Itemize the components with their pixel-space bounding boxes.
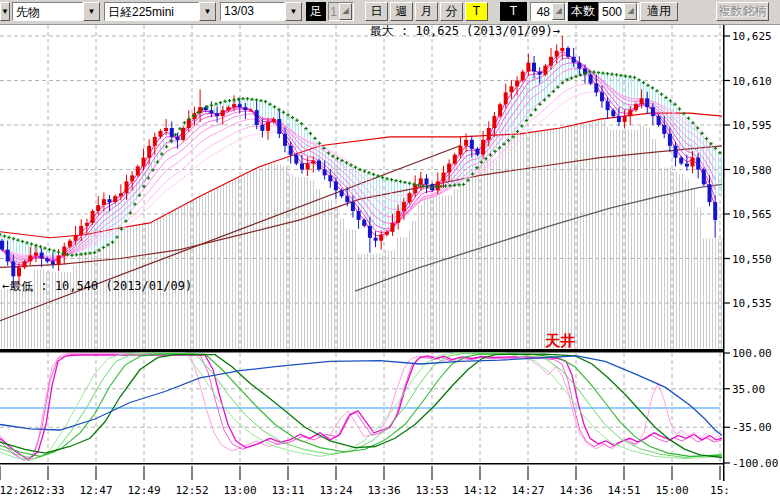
time-label: 14:36 xyxy=(559,484,592,497)
time-label: 14:27 xyxy=(511,484,544,497)
time-label: 15: xyxy=(710,484,730,497)
axis-label: 10,535 xyxy=(732,297,772,310)
rci-green-line xyxy=(0,354,722,456)
ema-ribbon-line xyxy=(2,52,715,268)
rci-lightgreen-fast-line xyxy=(0,353,722,460)
axis-label: -100.00 xyxy=(732,457,778,470)
axis-label: 100.00 xyxy=(732,347,772,360)
axis-label: 10,595 xyxy=(732,119,772,132)
max-annotation: 最大 : 10,625 (2013/01/09)→ xyxy=(370,24,560,38)
time-label: 13:00 xyxy=(223,484,256,497)
ema-ribbon-line xyxy=(2,55,715,265)
panel-divider xyxy=(0,349,723,353)
axis-label: 10,550 xyxy=(732,253,772,266)
time-label: 12:49 xyxy=(127,484,160,497)
time-label: 14:51 xyxy=(607,484,640,497)
axis-label: 35.00 xyxy=(732,383,765,396)
candlestick-series xyxy=(0,36,717,288)
time-label: 12:33 xyxy=(31,484,64,497)
axis-label: 10,625 xyxy=(732,30,772,43)
chart-surface[interactable]: 10,62510,61010,59510,58010,56510,55010,5… xyxy=(0,0,780,501)
price-axis-line xyxy=(723,25,725,481)
axis-label: 10,565 xyxy=(732,208,772,221)
axis-label: -35.00 xyxy=(732,421,772,434)
time-label: 13:53 xyxy=(415,484,448,497)
time-label: 12:26 xyxy=(0,484,33,497)
axis-label: 10,580 xyxy=(732,164,772,177)
min-annotation: ←最低 : 10,540 (2013/01/09) xyxy=(2,279,192,293)
axis-label: 10,610 xyxy=(732,75,772,88)
time-label: 12:52 xyxy=(175,484,208,497)
time-label: 13:24 xyxy=(319,484,352,497)
chart-application-window: ▼ 先物 ▼ 日経225mini ▼ 13/03 ▼ 足 1 ◢ 日 週 月 分… xyxy=(0,0,780,501)
time-label: 15:00 xyxy=(655,484,688,497)
time-label: 13:11 xyxy=(271,484,304,497)
ceiling-annotation: 天井 xyxy=(544,332,575,350)
time-label: 12:47 xyxy=(79,484,112,497)
osc-bottom-border xyxy=(0,463,723,465)
rci-blue-line xyxy=(0,356,722,436)
time-label: 14:12 xyxy=(463,484,496,497)
time-label: 13:36 xyxy=(367,484,400,497)
